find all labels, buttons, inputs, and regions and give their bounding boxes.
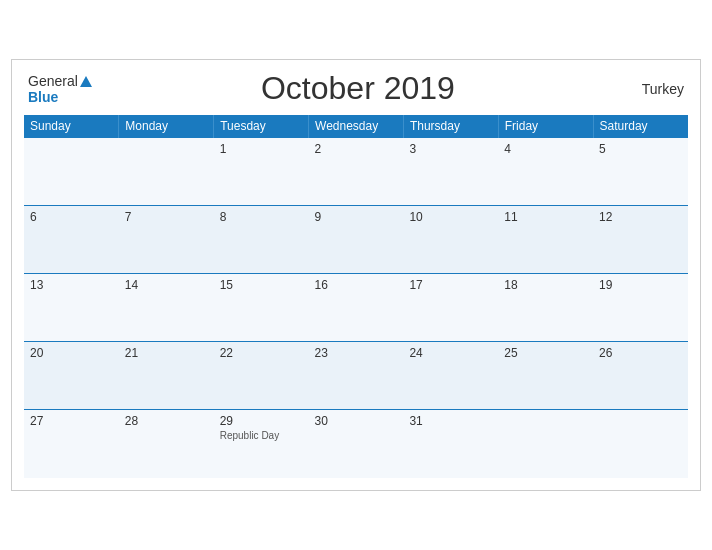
calendar-header: GeneralBlueOctober 2019Turkey bbox=[24, 70, 688, 107]
day-number: 6 bbox=[30, 210, 113, 224]
day-number: 4 bbox=[504, 142, 587, 156]
day-number: 25 bbox=[504, 346, 587, 360]
calendar-cell: 28 bbox=[119, 410, 214, 478]
logo: GeneralBlue bbox=[28, 73, 92, 105]
calendar-container: GeneralBlueOctober 2019Turkey SundayMond… bbox=[11, 59, 701, 491]
calendar-cell: 7 bbox=[119, 206, 214, 274]
calendar-cell: 25 bbox=[498, 342, 593, 410]
calendar-cell: 18 bbox=[498, 274, 593, 342]
calendar-week-row: 20212223242526 bbox=[24, 342, 688, 410]
day-number: 19 bbox=[599, 278, 682, 292]
weekday-header-row: SundayMondayTuesdayWednesdayThursdayFrid… bbox=[24, 115, 688, 138]
calendar-thead: SundayMondayTuesdayWednesdayThursdayFrid… bbox=[24, 115, 688, 138]
calendar-cell: 14 bbox=[119, 274, 214, 342]
weekday-header-wednesday: Wednesday bbox=[309, 115, 404, 138]
day-number: 5 bbox=[599, 142, 682, 156]
weekday-header-saturday: Saturday bbox=[593, 115, 688, 138]
calendar-cell: 23 bbox=[309, 342, 404, 410]
calendar-cell: 24 bbox=[403, 342, 498, 410]
calendar-cell: 15 bbox=[214, 274, 309, 342]
day-number: 21 bbox=[125, 346, 208, 360]
calendar-week-row: 272829Republic Day3031 bbox=[24, 410, 688, 478]
calendar-cell: 8 bbox=[214, 206, 309, 274]
day-number: 13 bbox=[30, 278, 113, 292]
calendar-cell: 2 bbox=[309, 138, 404, 206]
calendar-cell: 17 bbox=[403, 274, 498, 342]
day-number: 9 bbox=[315, 210, 398, 224]
calendar-cell: 12 bbox=[593, 206, 688, 274]
day-number: 24 bbox=[409, 346, 492, 360]
calendar-cell: 13 bbox=[24, 274, 119, 342]
calendar-cell bbox=[498, 410, 593, 478]
weekday-header-monday: Monday bbox=[119, 115, 214, 138]
day-number: 14 bbox=[125, 278, 208, 292]
day-number: 30 bbox=[315, 414, 398, 428]
calendar-cell: 19 bbox=[593, 274, 688, 342]
day-number: 12 bbox=[599, 210, 682, 224]
calendar-cell: 29Republic Day bbox=[214, 410, 309, 478]
day-number: 20 bbox=[30, 346, 113, 360]
calendar-cell: 26 bbox=[593, 342, 688, 410]
calendar-cell bbox=[119, 138, 214, 206]
day-number: 26 bbox=[599, 346, 682, 360]
day-number: 31 bbox=[409, 414, 492, 428]
calendar-cell: 11 bbox=[498, 206, 593, 274]
calendar-cell: 31 bbox=[403, 410, 498, 478]
weekday-header-tuesday: Tuesday bbox=[214, 115, 309, 138]
day-number: 3 bbox=[409, 142, 492, 156]
calendar-country: Turkey bbox=[624, 81, 684, 97]
calendar-cell: 4 bbox=[498, 138, 593, 206]
day-number: 17 bbox=[409, 278, 492, 292]
calendar-body: 1234567891011121314151617181920212223242… bbox=[24, 138, 688, 478]
weekday-header-thursday: Thursday bbox=[403, 115, 498, 138]
calendar-cell bbox=[24, 138, 119, 206]
calendar-cell: 20 bbox=[24, 342, 119, 410]
calendar-cell: 10 bbox=[403, 206, 498, 274]
calendar-cell: 16 bbox=[309, 274, 404, 342]
holiday-label: Republic Day bbox=[220, 430, 303, 441]
calendar-cell: 9 bbox=[309, 206, 404, 274]
calendar-cell: 6 bbox=[24, 206, 119, 274]
day-number: 29 bbox=[220, 414, 303, 428]
calendar-cell: 1 bbox=[214, 138, 309, 206]
day-number: 8 bbox=[220, 210, 303, 224]
day-number: 18 bbox=[504, 278, 587, 292]
day-number: 23 bbox=[315, 346, 398, 360]
calendar-cell bbox=[593, 410, 688, 478]
weekday-header-sunday: Sunday bbox=[24, 115, 119, 138]
logo-blue-text: Blue bbox=[28, 89, 58, 105]
day-number: 11 bbox=[504, 210, 587, 224]
calendar-cell: 3 bbox=[403, 138, 498, 206]
day-number: 22 bbox=[220, 346, 303, 360]
day-number: 15 bbox=[220, 278, 303, 292]
day-number: 1 bbox=[220, 142, 303, 156]
day-number: 2 bbox=[315, 142, 398, 156]
logo-general-text: General bbox=[28, 73, 78, 89]
calendar-title: October 2019 bbox=[92, 70, 624, 107]
day-number: 28 bbox=[125, 414, 208, 428]
weekday-header-friday: Friday bbox=[498, 115, 593, 138]
day-number: 7 bbox=[125, 210, 208, 224]
calendar-cell: 30 bbox=[309, 410, 404, 478]
calendar-cell: 5 bbox=[593, 138, 688, 206]
calendar-cell: 22 bbox=[214, 342, 309, 410]
calendar-cell: 27 bbox=[24, 410, 119, 478]
day-number: 10 bbox=[409, 210, 492, 224]
calendar-week-row: 6789101112 bbox=[24, 206, 688, 274]
calendar-week-row: 13141516171819 bbox=[24, 274, 688, 342]
day-number: 16 bbox=[315, 278, 398, 292]
calendar-cell: 21 bbox=[119, 342, 214, 410]
day-number: 27 bbox=[30, 414, 113, 428]
calendar-week-row: 12345 bbox=[24, 138, 688, 206]
logo-triangle-icon bbox=[80, 76, 92, 87]
calendar-grid: SundayMondayTuesdayWednesdayThursdayFrid… bbox=[24, 115, 688, 478]
